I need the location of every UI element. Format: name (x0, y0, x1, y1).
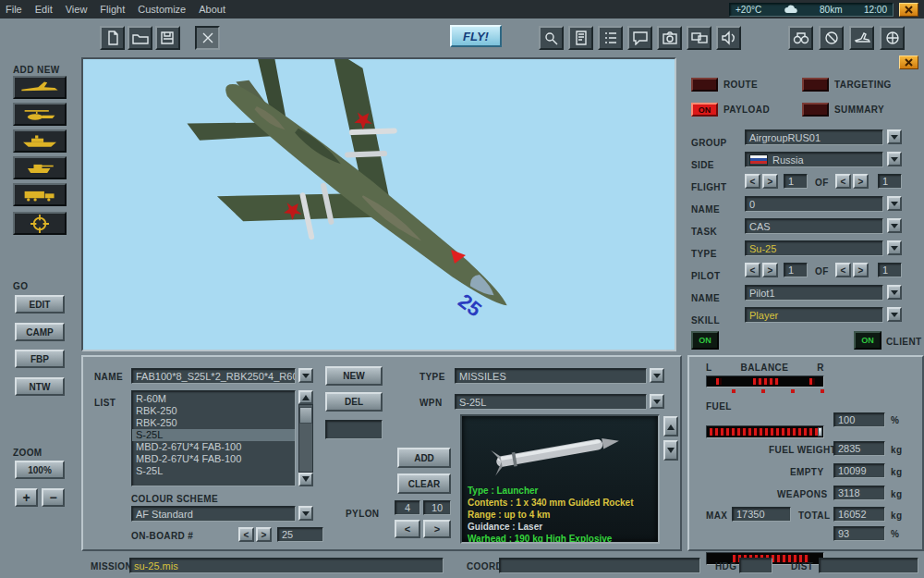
colour-scheme-dropdown-button[interactable] (298, 506, 313, 521)
pylon-number-field[interactable]: 4 (395, 500, 420, 515)
add-vehicle-button[interactable] (13, 156, 67, 179)
list-item[interactable]: S-25L (132, 465, 295, 477)
add-aircraft-button[interactable] (13, 76, 67, 99)
list-scrollbar[interactable] (298, 390, 313, 486)
menu-about[interactable]: About (199, 4, 225, 15)
menu-view[interactable]: View (66, 4, 88, 15)
map-zoom-button[interactable] (539, 26, 564, 50)
menu-file[interactable]: File (6, 4, 22, 15)
wpn-field[interactable]: S-25L (455, 394, 647, 410)
list-item[interactable]: RBK-250 (132, 405, 295, 417)
zoom-out-button[interactable]: − (42, 488, 65, 507)
mission-field[interactable]: su-25.mis (129, 558, 444, 573)
payload-list[interactable]: R-60M RBK-250 RBK-250 S-25L MBD-2-67U*4 … (131, 390, 296, 486)
pilot-name-dropdown-button[interactable] (887, 285, 902, 300)
messages-button[interactable] (627, 26, 652, 50)
client-on-toggle[interactable]: ON (854, 331, 881, 350)
flight-total-prev-button[interactable]: < (835, 174, 851, 189)
scrollbar-track[interactable] (298, 404, 313, 473)
group-field[interactable]: AirgroupRUS01 (745, 129, 883, 145)
fly-button[interactable]: FLY! (450, 25, 502, 47)
payload-name-dropdown-button[interactable] (298, 368, 313, 383)
flight-next-button[interactable]: > (762, 174, 778, 189)
onboard-prev-button[interactable]: < (238, 527, 254, 542)
payload-extra-field[interactable] (325, 420, 383, 439)
views-button[interactable] (687, 26, 711, 50)
open-mission-button[interactable] (128, 26, 152, 50)
route-toggle[interactable] (691, 78, 718, 92)
campaign-button[interactable]: CAMP (15, 323, 65, 341)
pilot-prev-button[interactable]: < (745, 263, 760, 277)
type-dropdown-button[interactable] (887, 240, 902, 255)
wpn-dropdown-button[interactable] (650, 394, 664, 409)
list-item[interactable]: R-60M (132, 393, 295, 405)
onboard-field[interactable]: 25 (277, 527, 323, 542)
name-dropdown-button[interactable] (887, 196, 902, 211)
flight-number-field[interactable]: 1 (784, 174, 808, 189)
payload-toggle[interactable]: ON (691, 103, 718, 117)
skill-dropdown-button[interactable] (887, 307, 902, 322)
pylon-prev-button[interactable]: < (395, 520, 420, 538)
targeting-toggle[interactable] (802, 78, 829, 92)
balance-bar[interactable] (706, 375, 824, 387)
preview-scroll-down-button[interactable] (663, 440, 678, 461)
payload-name-field[interactable]: FAB100*8_S25L*2_RBK250*4_R60*2 (131, 368, 296, 384)
add-ship-button[interactable] (13, 129, 67, 153)
scroll-up-button[interactable] (298, 390, 313, 404)
side-field[interactable]: Russia (745, 152, 883, 167)
name-field[interactable]: 0 (745, 196, 883, 212)
briefing-button[interactable] (568, 26, 593, 50)
task-dropdown-button[interactable] (887, 218, 902, 233)
clear-weapon-button[interactable]: CLEAR (397, 473, 451, 494)
add-weapon-button[interactable]: ADD (397, 448, 451, 468)
panel-close-button[interactable] (899, 55, 918, 69)
pilot-total-field[interactable]: 1 (878, 263, 902, 277)
pilot-number-field[interactable]: 1 (784, 263, 808, 277)
close-mission-button[interactable] (195, 26, 220, 50)
restrictions-button[interactable] (819, 26, 844, 50)
fuel-percent-field[interactable]: 100 (833, 412, 885, 427)
pylon-next-button[interactable]: > (423, 520, 451, 538)
list-item-selected[interactable]: S-25L (132, 429, 295, 441)
menu-flight[interactable]: Flight (100, 4, 125, 15)
add-helicopter-button[interactable] (13, 103, 67, 126)
group-dropdown-button[interactable] (887, 129, 902, 144)
task-field[interactable]: CAS (745, 218, 883, 234)
new-payload-button[interactable]: NEW (325, 366, 383, 386)
list-item[interactable]: MBD-2-67U*4 FAB-100 (132, 441, 295, 453)
weapon-type-dropdown-button[interactable] (650, 368, 664, 383)
add-train-button[interactable] (13, 183, 67, 206)
delete-payload-button[interactable]: DEL (325, 392, 383, 412)
scroll-down-button[interactable] (298, 473, 313, 486)
records-button[interactable] (598, 26, 623, 50)
flight-total-field[interactable]: 1 (878, 174, 902, 189)
world-button[interactable] (880, 26, 905, 50)
skill-field[interactable]: Player (745, 307, 883, 323)
group-on-toggle[interactable]: ON (691, 331, 719, 350)
onboard-next-button[interactable]: > (256, 527, 272, 542)
fbp-button[interactable]: FBP (15, 350, 65, 368)
fuel-slider[interactable] (706, 425, 824, 438)
weapon-type-field[interactable]: MISSILES (455, 368, 647, 384)
pilot-next-button[interactable]: > (762, 263, 778, 277)
aircraft-view-button[interactable] (849, 26, 874, 50)
zoom-value-button[interactable]: 100% (15, 461, 65, 479)
zoom-in-button[interactable]: + (15, 488, 38, 507)
new-mission-button[interactable] (100, 26, 125, 50)
search-button[interactable] (788, 26, 813, 50)
menu-customize[interactable]: Customize (138, 4, 186, 15)
summary-toggle[interactable] (802, 103, 829, 117)
pilot-total-prev-button[interactable]: < (835, 263, 851, 277)
flight-prev-button[interactable]: < (745, 174, 760, 189)
pilot-name-field[interactable]: Pilot1 (745, 285, 883, 301)
preview-scroll-up-button[interactable] (663, 416, 678, 437)
scrollbar-thumb[interactable] (299, 407, 312, 424)
list-item[interactable]: MBD-2-67U*4 FAB-100 (132, 453, 295, 465)
save-mission-button[interactable] (155, 26, 180, 50)
menu-edit[interactable]: Edit (35, 4, 53, 15)
sound-button[interactable] (716, 26, 741, 50)
colour-scheme-field[interactable]: AF Standard (131, 506, 296, 522)
model-viewport[interactable]: 25 (81, 57, 676, 351)
type-field[interactable]: Su-25 (745, 240, 883, 256)
ntw-button[interactable]: NTW (15, 377, 65, 396)
